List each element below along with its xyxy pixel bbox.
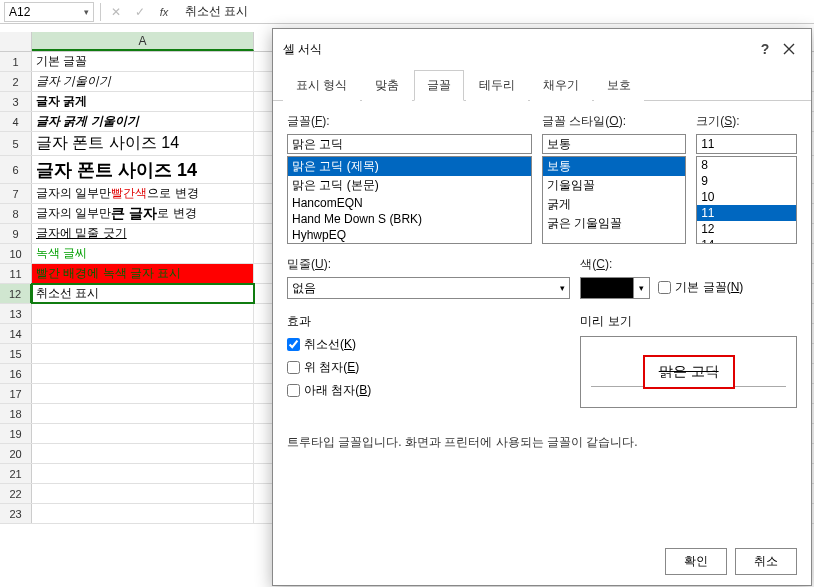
list-item[interactable]: 보통 [543,157,685,176]
color-label: 색(C): [580,256,650,273]
list-item[interactable]: HyhwpEQ [288,227,531,243]
row-header[interactable]: 22 [0,484,32,503]
dialog-tab[interactable]: 보호 [594,70,644,101]
cancel-formula-icon[interactable]: ✕ [107,3,125,21]
subscript-checkbox[interactable]: 아래 첨자(B) [287,382,570,399]
cell[interactable]: 녹색 글씨 [32,244,254,263]
row-header[interactable]: 11 [0,264,32,283]
row-header[interactable]: 9 [0,224,32,243]
list-item[interactable]: HY견고딕 [288,243,531,244]
list-item[interactable]: 맑은 고딕 (제목) [288,157,531,176]
row-header[interactable]: 8 [0,204,32,223]
list-item[interactable]: 9 [697,173,796,189]
cell[interactable]: 글자 폰트 사이즈 14 [32,156,254,183]
chevron-down-icon: ▾ [560,283,565,293]
row-header[interactable]: 23 [0,504,32,523]
list-item[interactable]: 기울임꼴 [543,176,685,195]
default-font-checkbox[interactable]: 기본 글꼴(N) [658,279,743,296]
cell[interactable] [32,324,254,343]
list-item[interactable]: Hand Me Down S (BRK) [288,211,531,227]
select-all-corner[interactable] [0,32,32,51]
cell[interactable] [32,504,254,523]
formula-bar: A12 ▾ ✕ ✓ fx 취소선 표시 [0,0,814,24]
font-size-input[interactable] [696,134,797,154]
dialog-tab[interactable]: 맞춤 [362,70,412,101]
list-item[interactable]: 11 [697,205,796,221]
row-header[interactable]: 18 [0,404,32,423]
formula-input[interactable]: 취소선 표시 [179,3,810,20]
cell[interactable] [32,404,254,423]
cell[interactable] [32,424,254,443]
cell[interactable] [32,444,254,463]
row-header[interactable]: 13 [0,304,32,323]
cancel-button[interactable]: 취소 [735,548,797,575]
row-header[interactable]: 19 [0,424,32,443]
cell[interactable]: 글자의 일부만 큰 글자로 변경 [32,204,254,223]
row-header[interactable]: 15 [0,344,32,363]
format-cells-dialog: 셀 서식 ? 표시 형식맞춤글꼴테두리채우기보호 글꼴(F): 맑은 고딕 (제… [272,28,812,586]
column-header[interactable]: A [32,32,254,51]
font-style-input[interactable] [542,134,686,154]
list-item[interactable]: 굵게 [543,195,685,214]
strikethrough-checkbox[interactable]: 취소선(K) [287,336,570,353]
cell[interactable]: 글자에 밑줄 긋기 [32,224,254,243]
superscript-checkbox[interactable]: 위 첨자(E) [287,359,570,376]
ok-button[interactable]: 확인 [665,548,727,575]
close-button[interactable] [777,37,801,61]
dialog-tab[interactable]: 테두리 [466,70,528,101]
font-style-list[interactable]: 보통기울임꼴굵게굵은 기울임꼴 [542,156,686,244]
row-header[interactable]: 7 [0,184,32,203]
cell[interactable]: 글자 폰트 사이즈 14 [32,132,254,155]
effects-label: 효과 [287,313,570,330]
fx-icon[interactable]: fx [155,3,173,21]
list-item[interactable]: 맑은 고딕 (본문) [288,176,531,195]
row-header[interactable]: 17 [0,384,32,403]
row-header[interactable]: 14 [0,324,32,343]
row-header[interactable]: 21 [0,464,32,483]
color-swatch-icon [581,278,633,298]
dialog-tab[interactable]: 채우기 [530,70,592,101]
underline-select[interactable]: 없음 ▾ [287,277,570,299]
row-header[interactable]: 4 [0,112,32,131]
row-header[interactable]: 3 [0,92,32,111]
cell[interactable]: 취소선 표시 [32,284,254,303]
name-box[interactable]: A12 ▾ [4,2,94,22]
dialog-tab[interactable]: 표시 형식 [283,70,360,101]
font-input[interactable] [287,134,532,154]
cell[interactable] [32,384,254,403]
font-style-label: 글꼴 스타일(O): [542,113,686,130]
cell[interactable]: 글자 굵게 기울이기 [32,112,254,131]
enter-formula-icon[interactable]: ✓ [131,3,149,21]
help-button[interactable]: ? [753,37,777,61]
cell[interactable]: 기본 글꼴 [32,52,254,71]
font-size-list[interactable]: 8910111214 [696,156,797,244]
row-header[interactable]: 1 [0,52,32,71]
row-header[interactable]: 20 [0,444,32,463]
cell[interactable] [32,484,254,503]
font-label: 글꼴(F): [287,113,532,130]
row-header[interactable]: 10 [0,244,32,263]
row-header[interactable]: 16 [0,364,32,383]
row-header[interactable]: 12 [0,284,32,303]
cell[interactable]: 글자 기울이기 [32,72,254,91]
font-list[interactable]: 맑은 고딕 (제목)맑은 고딕 (본문)HancomEQNHand Me Dow… [287,156,532,244]
list-item[interactable]: 굵은 기울임꼴 [543,214,685,233]
row-header[interactable]: 6 [0,156,32,183]
list-item[interactable]: 12 [697,221,796,237]
list-item[interactable]: HancomEQN [288,195,531,211]
dialog-tab[interactable]: 글꼴 [414,70,464,101]
list-item[interactable]: 10 [697,189,796,205]
cell[interactable] [32,304,254,323]
cell[interactable]: 빨간 배경에 녹색 글자 표시 [32,264,254,283]
cell[interactable] [32,364,254,383]
row-header[interactable]: 2 [0,72,32,91]
cell[interactable]: 글자의 일부만 빨간색으로 변경 [32,184,254,203]
cell[interactable] [32,464,254,483]
cell[interactable] [32,344,254,363]
cell[interactable]: 글자 굵게 [32,92,254,111]
color-select[interactable]: ▾ [580,277,650,299]
list-item[interactable]: 8 [697,157,796,173]
list-item[interactable]: 14 [697,237,796,244]
row-header[interactable]: 5 [0,132,32,155]
dialog-titlebar: 셀 서식 ? [273,29,811,69]
